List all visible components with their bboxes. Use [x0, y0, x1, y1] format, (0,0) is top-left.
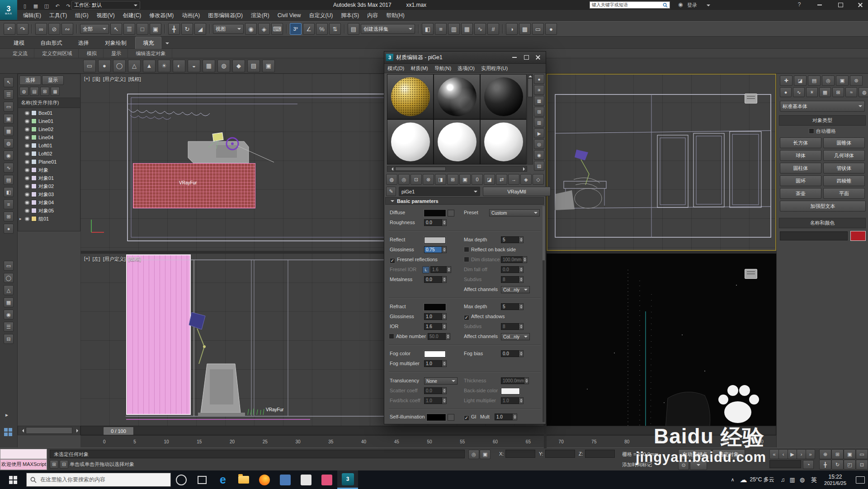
left-tool-icon[interactable]: ▤	[4, 175, 14, 185]
fog-bias-field[interactable]: 0.0	[501, 350, 519, 357]
primitive-button[interactable]: 长方体	[780, 137, 821, 148]
cameras-category-icon[interactable]: ▦	[819, 87, 831, 97]
left-tool-icon[interactable]: ▦	[4, 126, 14, 136]
shapes-category-icon[interactable]: ∿	[793, 87, 805, 97]
visibility-eye-icon[interactable]	[25, 209, 29, 213]
fog-color-swatch[interactable]	[424, 351, 446, 357]
left-tool-icon[interactable]: ◧	[4, 187, 14, 197]
render-setup-icon[interactable]: ▩	[519, 23, 531, 35]
y-coordinate-field[interactable]	[545, 450, 575, 458]
show-end-result-icon[interactable]: ◪	[484, 174, 495, 185]
named-selection-set-dropdown[interactable]: 创建选择集	[361, 24, 415, 34]
tray-app-icon[interactable]: ◍	[800, 476, 805, 483]
minimize-button[interactable]	[814, 1, 826, 9]
maximize-viewport-icon[interactable]: ◰	[844, 460, 856, 470]
left-tool-icon[interactable]: ↖	[4, 77, 14, 87]
options-icon[interactable]: ◎	[534, 139, 544, 149]
clipboard-icon[interactable]	[745, 269, 757, 279]
sample-ui-icon[interactable]: ◇	[533, 174, 544, 185]
reflect-back-side[interactable]: Reflect on back side	[464, 247, 516, 252]
app-icon-1[interactable]	[275, 470, 296, 489]
affect-shadows[interactable]: ✓Affect shadows	[464, 314, 505, 320]
macro-recorder-field[interactable]	[0, 449, 47, 459]
select-object-icon[interactable]: ↖	[110, 23, 122, 35]
left-tool-icon[interactable]: ▭	[4, 261, 14, 271]
select-by-name-icon[interactable]: ☰	[123, 23, 135, 35]
primitive-button[interactable]: 平面	[823, 188, 865, 199]
viewport-menu-user[interactable]: [用户定义]	[103, 256, 126, 263]
unlink-selection-icon[interactable]: ⊘	[48, 23, 60, 35]
app-menu-button[interactable]: 3 MAX	[0, 0, 17, 20]
reflect-color-swatch[interactable]	[424, 237, 446, 244]
titlebar-search[interactable]: 键入关键字或短语	[590, 1, 670, 9]
notification-center-icon[interactable]	[853, 470, 868, 489]
object-label[interactable]: Plane01	[38, 159, 57, 165]
close-button[interactable]	[854, 1, 866, 9]
redo-icon[interactable]: ↷	[17, 23, 28, 35]
make-unique-icon[interactable]: ◨	[435, 174, 446, 185]
fresnel-checkbox[interactable]: ✓	[390, 258, 395, 263]
left-tool-icon[interactable]: ⊟	[4, 334, 14, 344]
spinner-arrows[interactable]	[446, 333, 450, 340]
strip-expand-icon[interactable]: ▸	[5, 412, 8, 418]
spinner-arrows[interactable]	[442, 219, 447, 226]
menu-item[interactable]: Civil View	[274, 10, 305, 21]
make-preview-icon[interactable]: ▶	[534, 128, 544, 138]
ribbon-tool-icon[interactable]: △	[128, 60, 141, 72]
spinner-snap-icon[interactable]: ⇅	[329, 23, 341, 35]
assign-to-selection-icon[interactable]: ⊡	[410, 174, 422, 185]
object-label[interactable]: 对象01	[38, 175, 54, 182]
systems-category-icon[interactable]: ◍	[859, 87, 868, 97]
render-production-icon[interactable]: ●	[545, 23, 557, 35]
rendered-frame-icon[interactable]: ▭	[532, 23, 544, 35]
object-label[interactable]: 对象02	[38, 183, 54, 190]
dialog-maximize-button[interactable]	[520, 53, 532, 61]
explorer-tab-display[interactable]: 显示	[42, 75, 64, 85]
ribbon-tool-icon[interactable]: ▲	[143, 60, 156, 72]
select-and-rotate-icon[interactable]: ↻	[181, 23, 193, 35]
spinner-arrows[interactable]	[447, 266, 451, 273]
space-warps-category-icon[interactable]: ≈	[845, 87, 857, 97]
object-label[interactable]: Line02	[38, 127, 53, 132]
object-label[interactable]: 对象05	[38, 207, 54, 214]
edit-named-selections-icon[interactable]: ▤	[348, 23, 359, 35]
keyboard-override-icon[interactable]: ⌨	[271, 23, 283, 35]
taskbar-search[interactable]: 在这里输入你要搜索的内容	[26, 473, 171, 487]
max-depth-field[interactable]: 5	[501, 236, 519, 243]
zoom-all-icon[interactable]: ⊞	[831, 449, 844, 459]
visibility-eye-icon[interactable]	[25, 119, 29, 123]
left-tool-icon[interactable]: ▣	[4, 114, 14, 124]
help-icon[interactable]: ?	[796, 1, 803, 8]
time-slider-handle[interactable]: 0 / 100	[103, 427, 134, 435]
params-scrollbar[interactable]	[542, 206, 545, 422]
left-tool-icon[interactable]: ▦	[4, 297, 14, 307]
network-icon[interactable]: ▥	[789, 476, 795, 483]
viewport-menu-shading[interactable]: [线框]	[128, 76, 141, 83]
primitive-button[interactable]: 四棱锥	[823, 175, 865, 186]
preset-dropdown[interactable]: Custom	[489, 209, 540, 216]
go-forward-icon[interactable]: →	[508, 174, 519, 185]
material-editor-menu-item[interactable]: 选项(O)	[454, 64, 478, 73]
left-tool-icon[interactable]: ◯	[4, 273, 14, 283]
visibility-eye-icon[interactable]	[25, 201, 29, 205]
viewport-menu-pov[interactable]: [顶]	[93, 76, 100, 83]
scene-object-row[interactable]: 对象04	[18, 198, 80, 207]
ribbon-more-icon[interactable]	[165, 42, 169, 44]
primitive-button[interactable]: 圆锥体	[823, 137, 865, 148]
app-icon-3[interactable]	[316, 470, 337, 489]
visibility-eye-icon[interactable]	[25, 193, 29, 197]
sample-type-icon[interactable]: ●	[534, 74, 544, 84]
rectangular-region-icon[interactable]: □	[137, 23, 148, 35]
object-label[interactable]: Loft01	[38, 143, 52, 148]
visibility-eye-icon[interactable]	[25, 160, 29, 164]
material-navigator-icon[interactable]: ▤	[534, 161, 544, 171]
scene-object-row[interactable]: Line01	[18, 117, 80, 125]
visibility-eye-icon[interactable]	[25, 184, 29, 188]
explorer-tool-icon[interactable]: ▦	[51, 87, 60, 96]
visibility-eye-icon[interactable]	[25, 176, 29, 180]
scene-object-row[interactable]: Line02	[18, 125, 80, 133]
window-crossing-icon[interactable]: ▣	[150, 23, 161, 35]
spinner-arrows[interactable]	[519, 266, 524, 273]
ribbon-tab-freeform[interactable]: 自由形式	[33, 37, 69, 49]
object-label[interactable]: Box01	[38, 110, 52, 116]
